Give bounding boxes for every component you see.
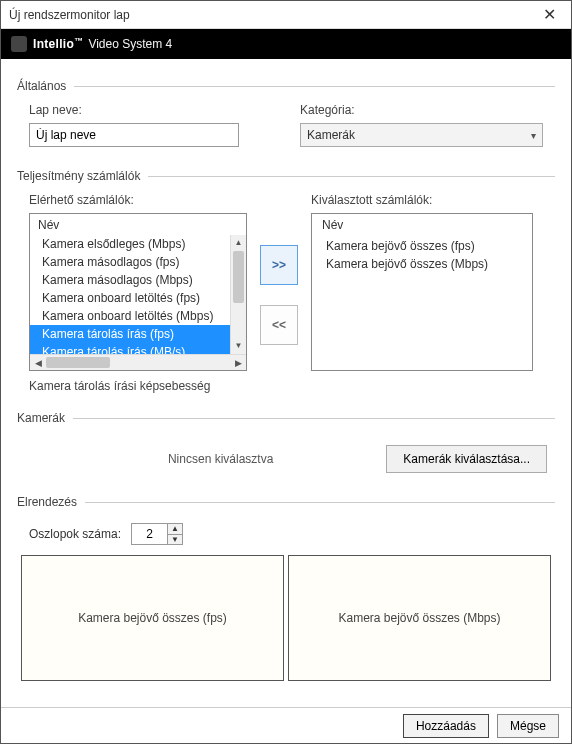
scrollbar-horizontal[interactable]: ◀ ▶ [30,354,246,370]
columns-stepper[interactable]: ▲ ▼ [131,523,183,545]
scrollbar-vertical[interactable]: ▲ ▼ [230,235,246,354]
close-icon[interactable]: ✕ [535,6,563,24]
scroll-left-icon[interactable]: ◀ [30,358,46,368]
camera-selection-status: Nincsen kiválasztva [25,452,386,466]
add-button[interactable]: Hozzáadás [403,714,489,738]
list-item[interactable]: Kamera bejövő összes (fps) [312,237,532,255]
layout-preview: Kamera bejövő összes (fps)Kamera bejövő … [21,555,551,681]
brand-logo-icon [11,36,27,52]
stepper-down-icon[interactable]: ▼ [167,534,183,546]
selected-label: Kiválasztott számlálók: [311,193,543,207]
dialog-footer: Hozzáadás Mégse [1,707,571,743]
list-header-name: Név [30,214,246,235]
category-field: Kategória: Kamerák ▾ [300,103,543,147]
category-select[interactable]: Kamerák ▾ [300,123,543,147]
scroll-track-h[interactable] [46,355,230,370]
section-layout: Elrendezés [17,495,555,509]
window-title: Új rendszermonitor lap [9,8,130,22]
category-label: Kategória: [300,103,543,117]
divider [73,418,555,419]
list-item[interactable]: Kamera tárolás írás (MB/s) [30,343,230,354]
section-label-perf: Teljesítmény számlálók [17,169,140,183]
section-general: Általános [17,79,555,93]
stepper-up-icon[interactable]: ▲ [167,523,183,534]
scroll-thumb-h[interactable] [46,357,110,368]
divider [85,502,555,503]
scroll-track[interactable] [231,251,246,338]
scroll-up-icon[interactable]: ▲ [231,235,246,251]
brand-name: Intellio™ [33,37,83,51]
available-label: Elérhető számlálók: [29,193,247,207]
section-label-cams: Kamerák [17,411,65,425]
select-cameras-button[interactable]: Kamerák kiválasztása... [386,445,547,473]
scroll-down-icon[interactable]: ▼ [231,338,246,354]
dialog-window: Új rendszermonitor lap ✕ Intellio™ Video… [0,0,572,744]
layout-cell[interactable]: Kamera bejövő összes (fps) [21,555,284,681]
list-header-name-selected: Név [312,214,532,237]
list-item[interactable]: Kamera tárolás írás (fps) [30,325,230,343]
brand-name-text: Intellio [33,37,74,51]
dialog-content: Általános Lap neve: Kategória: Kamerák ▾… [1,59,571,707]
list-item[interactable]: Kamera másodlagos (fps) [30,253,230,271]
columns-input[interactable] [131,523,167,545]
section-label-layout: Elrendezés [17,495,77,509]
tabname-label: Lap neve: [29,103,272,117]
list-item[interactable]: Kamera onboard letöltés (fps) [30,289,230,307]
layout-cell[interactable]: Kamera bejövő összes (Mbps) [288,555,551,681]
category-value: Kamerák [307,128,355,142]
list-item[interactable]: Kamera bejövő összes (Mbps) [312,255,532,273]
remove-counter-button[interactable]: << [260,305,298,345]
add-counter-button[interactable]: >> [260,245,298,285]
list-item[interactable]: Kamera elsődleges (Mbps) [30,235,230,253]
mover-buttons: >> << [257,213,301,345]
cancel-button[interactable]: Mégse [497,714,559,738]
selected-listbox[interactable]: Név Kamera bejövő összes (fps)Kamera bej… [311,213,533,371]
tabname-input[interactable] [29,123,239,147]
columns-count-label: Oszlopok száma: [29,527,121,541]
section-perf: Teljesítmény számlálók [17,169,555,183]
brand-product: Video System 4 [88,37,172,51]
list-item[interactable]: Kamera másodlagos (Mbps) [30,271,230,289]
list-item[interactable]: Kamera onboard letöltés (Mbps) [30,307,230,325]
section-cams: Kamerák [17,411,555,425]
section-label-general: Általános [17,79,66,93]
scroll-right-icon[interactable]: ▶ [230,358,246,368]
chevron-down-icon: ▾ [531,130,536,141]
available-listbox[interactable]: Név Kamera elsődleges (Mbps)Kamera másod… [29,213,247,371]
brand-bar: Intellio™ Video System 4 [1,29,571,59]
tabname-field: Lap neve: [29,103,272,147]
divider [74,86,555,87]
counter-description: Kamera tárolás írási képsebesség [17,379,555,393]
scroll-thumb[interactable] [233,251,244,303]
divider [148,176,555,177]
trademark-icon: ™ [74,36,83,46]
titlebar: Új rendszermonitor lap ✕ [1,1,571,29]
